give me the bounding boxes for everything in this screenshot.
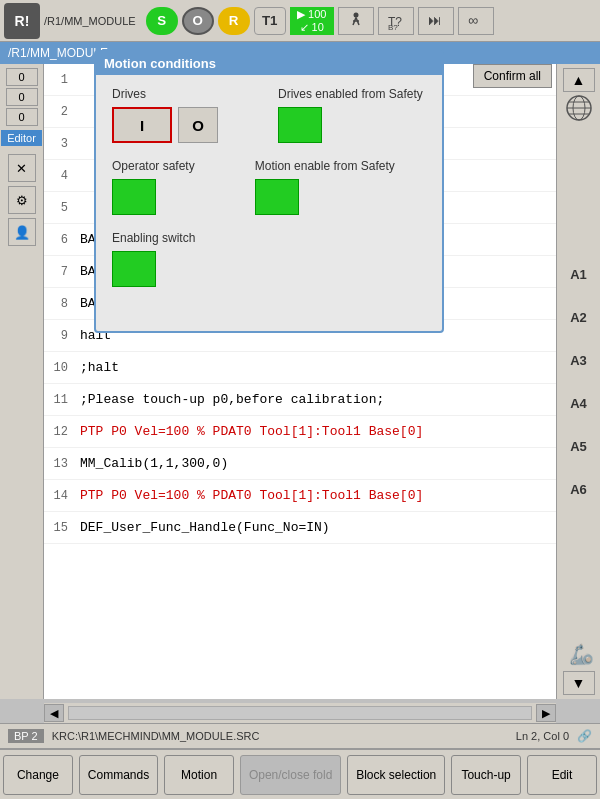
open-close-fold-button: Open/close fold <box>240 755 341 795</box>
svg-text:⏭: ⏭ <box>428 12 442 28</box>
commands-button[interactable]: Commands <box>79 755 158 795</box>
svg-text:B?: B? <box>388 23 398 31</box>
btn-r[interactable]: R <box>218 7 250 35</box>
axis-label[interactable]: A2 <box>570 310 587 325</box>
left-panel: 0 0 0 Editor ✕ ⚙ 👤 <box>0 64 44 699</box>
motion-button[interactable]: Motion <box>164 755 234 795</box>
drives-safety-section: Drives enabled from Safety <box>278 87 423 143</box>
person-icon[interactable]: 👤 <box>8 218 36 246</box>
svg-point-0 <box>353 12 358 17</box>
enabling-switch-section: Enabling switch <box>112 231 195 287</box>
axis-label[interactable]: A4 <box>570 396 587 411</box>
status-bar: BP 2 KRC:\R1\MECHMIND\MM_MODULE.SRC Ln 2… <box>0 723 600 749</box>
scroll-up-button[interactable]: ▲ <box>563 68 595 92</box>
motion-enable-label: Motion enable from Safety <box>255 159 395 173</box>
left-numbers: 0 0 0 <box>6 68 38 126</box>
enabling-switch-button[interactable] <box>112 251 156 287</box>
scroll-right-button[interactable]: ▶ <box>536 704 556 722</box>
modal-title: Motion conditions <box>96 52 442 75</box>
modal-body: Drives I O Drives enabled from Safety <box>96 75 442 315</box>
btn-o[interactable]: O <box>182 7 214 35</box>
axis-label[interactable]: A3 <box>570 353 587 368</box>
editor-button[interactable]: Editor <box>1 130 42 146</box>
horizontal-scrollbar: ◀ ▶ <box>44 703 556 723</box>
walk-icon[interactable] <box>338 7 374 35</box>
svg-text:🦾: 🦾 <box>569 642 593 666</box>
svg-text:∞: ∞ <box>468 12 478 28</box>
tool-icon[interactable]: T?B? <box>378 7 414 35</box>
operator-safety-label: Operator safety <box>112 159 195 173</box>
block-selection-button[interactable]: Block selection <box>347 755 445 795</box>
top-toolbar: R! /R1/MM_MODULE S O R T1 ▶ 100 ↙ 10 T?B… <box>0 0 600 42</box>
drives-safety-button[interactable] <box>278 107 322 143</box>
cursor-position: Ln 2, Col 0 <box>516 730 569 742</box>
touch-up-button[interactable]: Touch-up <box>451 755 521 795</box>
motion-enable-button[interactable] <box>255 179 299 215</box>
modal-row-2: Operator safety Motion enable from Safet… <box>112 159 426 215</box>
speed-button[interactable]: ▶ 100 ↙ 10 <box>290 7 334 35</box>
right-labels-container: A1A2A3A4A5A6 <box>570 124 587 639</box>
robot-icon: R! <box>4 3 40 39</box>
operator-safety-button[interactable] <box>112 179 156 215</box>
path-display: /R1/MM_MODULE <box>44 15 136 27</box>
axis-label[interactable]: A5 <box>570 439 587 454</box>
drives-section: Drives I O <box>112 87 218 143</box>
close-icon[interactable]: ✕ <box>8 154 36 182</box>
motion-enable-section: Motion enable from Safety <box>255 159 395 215</box>
motion-conditions-modal: Motion conditions Drives I O Dri <box>94 50 444 333</box>
globe-icon[interactable] <box>563 92 595 124</box>
link-icon: 🔗 <box>577 729 592 743</box>
left-num-2: 0 <box>6 88 38 106</box>
scroll-left-button[interactable]: ◀ <box>44 704 64 722</box>
settings-icon[interactable]: ⚙ <box>8 186 36 214</box>
drives-buttons: I O <box>112 107 218 143</box>
operator-safety-section: Operator safety <box>112 159 195 215</box>
drives-enabled-label: Drives enabled from Safety <box>278 87 423 101</box>
scroll-track[interactable] <box>68 706 532 720</box>
axis-label[interactable]: A1 <box>570 267 587 282</box>
left-icons: ✕ ⚙ 👤 <box>8 154 36 246</box>
enabling-switch-label: Enabling switch <box>112 231 195 245</box>
btn-t1[interactable]: T1 <box>254 7 286 35</box>
scroll-down-button[interactable]: ▼ <box>563 671 595 695</box>
right-panel: ▲ A1A2A3A4A5A6 🦾 ▼ <box>556 64 600 699</box>
change-button[interactable]: Change <box>3 755 73 795</box>
skip-icon[interactable]: ⏭ <box>418 7 454 35</box>
modal-row-3: Enabling switch <box>112 231 426 287</box>
file-path: KRC:\R1\MECHMIND\MM_MODULE.SRC <box>52 730 508 742</box>
btn-s[interactable]: S <box>146 7 178 35</box>
drives-i-button[interactable]: I <box>112 107 172 143</box>
drives-o-button[interactable]: O <box>178 107 218 143</box>
left-num-3: 0 <box>6 108 38 126</box>
modal-overlay: Motion conditions Drives I O Dri <box>44 42 556 699</box>
left-num-1: 0 <box>6 68 38 86</box>
drives-label: Drives <box>112 87 146 101</box>
axis-label[interactable]: A6 <box>570 482 587 497</box>
robot-arm-icon[interactable]: 🦾 <box>563 639 595 671</box>
modal-row-1: Drives I O Drives enabled from Safety <box>112 87 426 143</box>
bottom-toolbar: ChangeCommandsMotionOpen/close foldBlock… <box>0 749 600 799</box>
infinity-icon[interactable]: ∞ <box>458 7 494 35</box>
edit-button[interactable]: Edit <box>527 755 597 795</box>
bp-indicator: BP 2 <box>8 729 44 743</box>
